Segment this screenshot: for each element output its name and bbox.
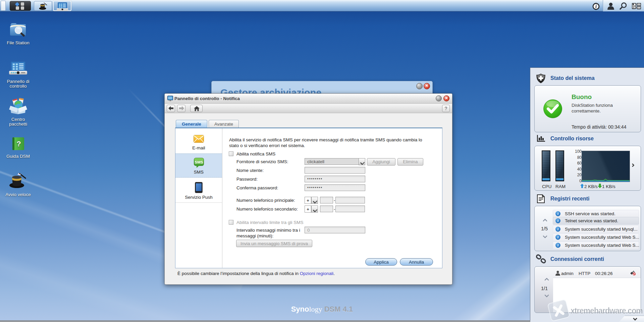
svg-text:SMS: SMS <box>195 160 203 164</box>
svg-text:?: ? <box>16 140 21 148</box>
svg-text:i: i <box>595 4 597 9</box>
